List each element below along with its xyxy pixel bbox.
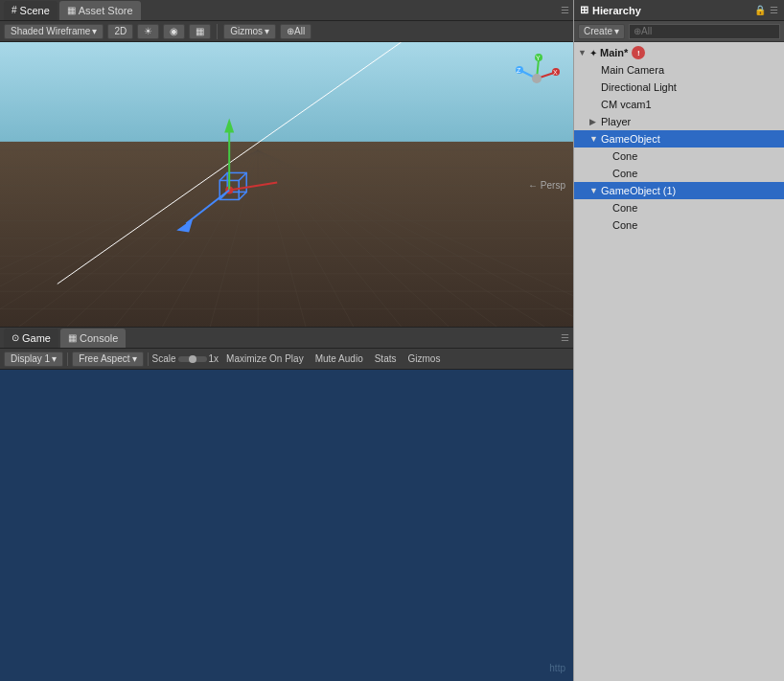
- all-btn[interactable]: ⊕All: [280, 24, 311, 39]
- create-dropdown-icon: ▾: [614, 26, 619, 36]
- game-gizmos-label: Gizmos: [408, 353, 441, 364]
- gizmos-btn[interactable]: Gizmos ▾: [223, 24, 276, 39]
- scene-viewport: ← Persp: [0, 42, 573, 327]
- game-toolbar: Display 1 ▾ Free Aspect ▾ Scale 1: [0, 349, 573, 370]
- aspect-label: Free Aspect: [79, 353, 129, 364]
- tab-scene[interactable]: # Scene: [4, 1, 58, 20]
- tree-item-cone4[interactable]: Cone: [574, 216, 784, 234]
- shading-mode-label: Shaded Wireframe: [11, 26, 90, 36]
- arrow-gameobject1: ▼: [589, 186, 601, 195]
- label-cone2: Cone: [612, 168, 637, 179]
- tab-console[interactable]: ▦ Console: [60, 329, 126, 348]
- asset-store-label: Asset Store: [79, 5, 133, 16]
- label-player: Player: [601, 116, 631, 127]
- tree-item-gameobject1[interactable]: ▼ GameObject (1): [574, 182, 784, 199]
- hierarchy-search-input[interactable]: [629, 24, 780, 39]
- main-unity-icon: ✦: [589, 48, 597, 58]
- scene-audio-btn[interactable]: ◉: [163, 24, 185, 39]
- shading-dropdown-icon: ▾: [92, 26, 97, 36]
- arrow-gameobject: ▼: [589, 134, 601, 144]
- panel-options-btn[interactable]: ☰: [561, 5, 569, 15]
- mute-label: Mute Audio: [315, 353, 363, 364]
- arrow-player: ▶: [589, 117, 601, 126]
- game-panel-options-btn[interactable]: ☰: [561, 332, 569, 343]
- main-layout: # Scene ▦ Asset Store ☰ Shaded Wireframe…: [0, 0, 784, 681]
- label-cone1: Cone: [612, 150, 637, 162]
- tree-item-cone2[interactable]: Cone: [574, 165, 784, 182]
- aspect-btn[interactable]: Free Aspect ▾: [72, 352, 143, 367]
- label-cm-vcam1: CM vcam1: [601, 99, 652, 110]
- tree-item-main[interactable]: ▼ ✦ Main* !: [574, 44, 784, 61]
- label-gameobject: GameObject: [601, 133, 660, 145]
- right-panel: ⊞ Hierarchy 🔒 ☰ Create ▾: [573, 0, 784, 681]
- hierarchy-tree: ▼ ✦ Main* ! Main Camera Directional Ligh…: [574, 42, 784, 681]
- scene-canvas: [0, 42, 573, 327]
- bottom-panel: ⊙ Game ▦ Console ☰ Display 1 ▾: [0, 327, 573, 681]
- mute-audio-btn[interactable]: Mute Audio: [311, 352, 367, 365]
- tree-item-gameobject[interactable]: ▼ GameObject: [574, 130, 784, 148]
- label-cone4: Cone: [612, 219, 637, 231]
- label-main-camera: Main Camera: [601, 64, 664, 76]
- display-btn[interactable]: Display 1 ▾: [4, 352, 63, 367]
- hierarchy-icon: ⊞: [580, 4, 588, 16]
- warning-icon-main: !: [632, 46, 645, 59]
- maximize-on-play-btn[interactable]: Maximize On Play: [222, 352, 308, 365]
- top-row: # Scene ▦ Asset Store ☰ Shaded Wireframe…: [0, 0, 784, 681]
- gizmo-canvas: [508, 50, 565, 107]
- scale-slider-thumb: [189, 355, 196, 363]
- display-label: Display 1: [11, 353, 50, 364]
- label-cone3: Cone: [612, 202, 637, 214]
- game-label: Game: [22, 332, 51, 344]
- gizmos-dropdown-icon: ▾: [265, 26, 269, 36]
- game-toolbar-sep2: [148, 352, 149, 366]
- console-label: Console: [80, 332, 118, 344]
- tree-item-player[interactable]: ▶ Player: [574, 113, 784, 130]
- hierarchy-title-label: Hierarchy: [592, 5, 641, 16]
- scene-tab-label: Scene: [20, 5, 50, 16]
- audio-icon: ◉: [170, 26, 178, 36]
- persp-label: ← Persp: [528, 179, 565, 190]
- aspect-dropdown-icon: ▾: [132, 353, 137, 364]
- game-gizmos-btn[interactable]: Gizmos: [404, 352, 445, 365]
- scene-tab-bar: # Scene ▦ Asset Store ☰: [0, 0, 573, 21]
- hierarchy-header: ⊞ Hierarchy 🔒 ☰: [574, 0, 784, 21]
- hierarchy-title: ⊞ Hierarchy: [580, 4, 641, 16]
- tab-asset-store[interactable]: ▦ Asset Store: [59, 1, 141, 20]
- tree-item-cm-vcam1[interactable]: CM vcam1: [574, 96, 784, 113]
- scene-tab-icon: #: [12, 5, 17, 15]
- fx-icon: ▦: [196, 26, 204, 36]
- scene-fx-btn[interactable]: ▦: [189, 24, 211, 39]
- tree-item-main-camera[interactable]: Main Camera: [574, 61, 784, 79]
- view-2d-btn[interactable]: 2D: [107, 24, 133, 39]
- arrow-main: ▼: [578, 48, 589, 57]
- all-label: ⊕All: [287, 26, 305, 36]
- http-label: http: [549, 663, 565, 673]
- game-tab-bar: ⊙ Game ▦ Console ☰: [0, 328, 573, 349]
- stats-btn[interactable]: Stats: [371, 352, 401, 365]
- tree-item-directional-light[interactable]: Directional Light: [574, 79, 784, 96]
- console-icon: ▦: [68, 332, 77, 343]
- stats-label: Stats: [375, 353, 397, 364]
- gizmo-cube: [508, 50, 565, 107]
- scale-value: 1x: [209, 353, 219, 364]
- view-2d-label: 2D: [114, 26, 127, 36]
- scene-toolbar: Shaded Wireframe ▾ 2D ☀ ◉ ▦ Gizmos: [0, 21, 573, 42]
- hierarchy-options-icon[interactable]: ☰: [770, 5, 778, 15]
- hierarchy-toolbar: Create ▾: [574, 21, 784, 42]
- tree-item-cone1[interactable]: Cone: [574, 148, 784, 165]
- scene-light-btn[interactable]: ☀: [137, 24, 159, 39]
- display-dropdown-icon: ▾: [52, 353, 57, 364]
- scale-slider[interactable]: [178, 356, 207, 362]
- hierarchy-create-btn[interactable]: Create ▾: [578, 24, 625, 39]
- tree-item-cone3[interactable]: Cone: [574, 199, 784, 216]
- asset-store-icon: ▦: [67, 5, 76, 15]
- hierarchy-lock-icon[interactable]: 🔒: [754, 5, 766, 15]
- game-icon: ⊙: [12, 332, 19, 343]
- label-directional-light: Directional Light: [601, 81, 677, 93]
- shading-mode-btn[interactable]: Shaded Wireframe ▾: [4, 24, 104, 39]
- scale-label: Scale: [152, 353, 176, 364]
- left-panel: # Scene ▦ Asset Store ☰ Shaded Wireframe…: [0, 0, 573, 681]
- tab-game[interactable]: ⊙ Game: [4, 329, 58, 348]
- game-viewport: http: [0, 370, 573, 681]
- create-label: Create: [584, 26, 612, 36]
